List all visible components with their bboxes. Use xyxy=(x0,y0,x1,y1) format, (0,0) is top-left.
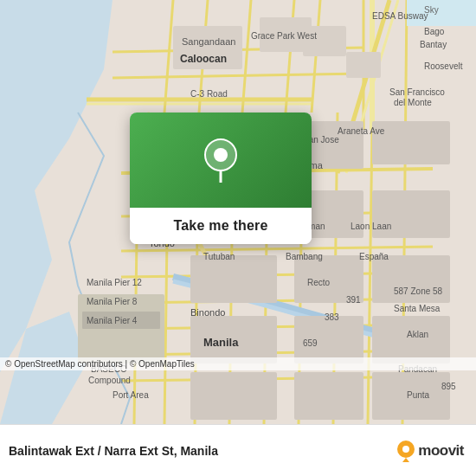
svg-text:Punta: Punta xyxy=(407,390,430,400)
svg-text:Recto: Recto xyxy=(307,278,331,287)
svg-text:del Monte: del Monte xyxy=(394,98,432,107)
svg-text:Bantay: Bantay xyxy=(420,40,447,49)
svg-text:Sky: Sky xyxy=(424,5,439,15)
moovit-pin-icon xyxy=(396,440,415,462)
svg-text:Compound: Compound xyxy=(88,376,131,385)
take-me-there-button[interactable]: Take me there xyxy=(130,208,312,244)
svg-rect-36 xyxy=(346,52,381,78)
svg-text:Manila Pier 8: Manila Pier 8 xyxy=(87,297,138,306)
svg-point-94 xyxy=(214,148,228,162)
svg-text:Caloocan: Caloocan xyxy=(180,53,227,65)
map-attribution: © OpenStreetMap contributors | © OpenMap… xyxy=(0,357,476,370)
svg-text:Laon Laan: Laon Laan xyxy=(351,222,391,231)
svg-text:Grace Park West: Grace Park West xyxy=(251,31,317,41)
svg-text:San Francisco: San Francisco xyxy=(389,87,445,97)
svg-text:Manila Pier 12: Manila Pier 12 xyxy=(87,278,142,287)
svg-text:C-3 Road: C-3 Road xyxy=(190,89,228,99)
svg-text:895: 895 xyxy=(441,382,456,391)
svg-text:EDSA Busway: EDSA Busway xyxy=(372,11,428,21)
svg-rect-49 xyxy=(190,372,277,420)
card-map-preview xyxy=(130,113,312,208)
svg-rect-43 xyxy=(190,255,277,303)
svg-text:587 Zone 58: 587 Zone 58 xyxy=(394,286,443,296)
svg-text:391: 391 xyxy=(346,295,361,305)
svg-text:383: 383 xyxy=(325,312,339,322)
svg-text:Bambang: Bambang xyxy=(286,252,323,261)
svg-text:Manila: Manila xyxy=(203,336,239,349)
location-card: Take me there xyxy=(130,113,312,244)
moovit-wordmark: moovit xyxy=(418,442,464,460)
svg-text:Port Area: Port Area xyxy=(113,390,149,400)
svg-text:Santa Mesa: Santa Mesa xyxy=(394,304,441,313)
svg-text:Manila Pier 4: Manila Pier 4 xyxy=(87,316,138,325)
svg-text:Sangandaan: Sangandaan xyxy=(182,36,235,47)
bottom-bar: Balintawak Ext / Narra Ext St, Manila mo… xyxy=(0,424,476,476)
svg-point-96 xyxy=(402,446,409,453)
location-label: Balintawak Ext / Narra Ext St, Manila xyxy=(9,444,396,458)
map-container: Sangandaan Caloocan Grace Park West C-3 … xyxy=(0,0,476,424)
moovit-logo: moovit xyxy=(396,440,464,462)
svg-text:Aklan: Aklan xyxy=(407,330,428,339)
location-pin-icon xyxy=(202,138,240,183)
svg-text:Roosevelt: Roosevelt xyxy=(424,61,463,71)
svg-text:España: España xyxy=(359,252,389,261)
svg-rect-50 xyxy=(294,372,363,420)
svg-text:Tutuban: Tutuban xyxy=(203,252,235,261)
svg-rect-48 xyxy=(372,316,450,363)
svg-text:Bago: Bago xyxy=(424,27,445,36)
svg-text:Binondo: Binondo xyxy=(190,307,225,318)
svg-text:Araneta Ave: Araneta Ave xyxy=(338,126,385,136)
svg-text:659: 659 xyxy=(303,338,318,348)
